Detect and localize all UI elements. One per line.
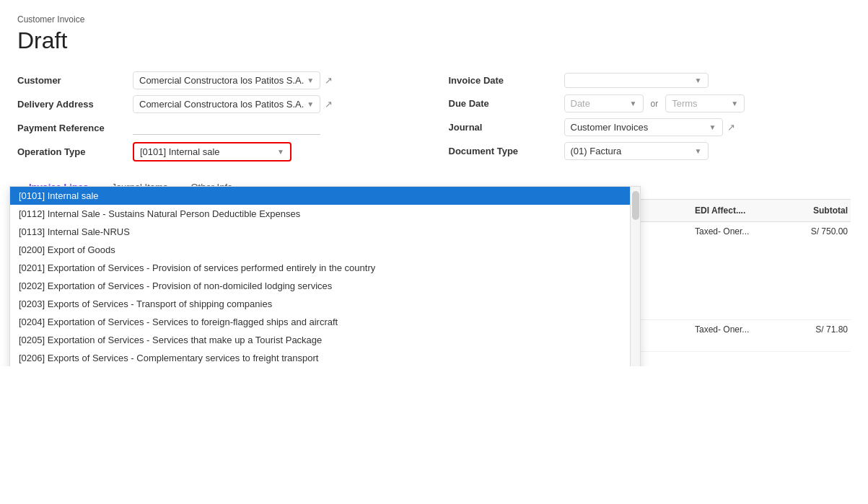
operation-type-dropdown: [0101] Internal sale[0112] Internal Sale… xyxy=(9,186,641,366)
dropdown-item[interactable]: [0101] Internal sale xyxy=(10,187,630,205)
document-type-input[interactable]: (01) Factura ▼ xyxy=(564,142,709,160)
document-type-value: (01) Factura ▼ xyxy=(564,142,851,160)
delivery-address-input-text: Comercial Constructora los Patitos S.A. xyxy=(139,99,304,110)
scrollbar[interactable] xyxy=(630,187,640,366)
delivery-address-input[interactable]: Comercial Constructora los Patitos S.A. … xyxy=(133,95,320,113)
due-date-dropdown-arrow: ▼ xyxy=(630,100,637,107)
due-date-placeholder: Date xyxy=(571,98,590,109)
payment-reference-input[interactable] xyxy=(133,120,320,135)
terms-placeholder: Terms xyxy=(672,98,697,109)
operation-type-input-text: [0101] Internal sale xyxy=(140,146,220,157)
delivery-address-external-link[interactable]: ↗ xyxy=(325,99,333,110)
dropdown-item[interactable]: [0112] Internal Sale - Sustains Natural … xyxy=(10,205,630,223)
delivery-address-label: Delivery Address xyxy=(17,99,133,110)
terms-dropdown-arrow: ▼ xyxy=(731,100,738,107)
dropdown-item[interactable]: [0206] Exports of Services - Complementa… xyxy=(10,349,630,366)
due-date-date-input[interactable]: Date ▼ xyxy=(564,94,644,112)
invoice-date-field-row: Invoice Date ▼ xyxy=(449,68,851,92)
or-text: or xyxy=(651,99,659,109)
delivery-address-value: Comercial Constructora los Patitos S.A. … xyxy=(133,95,420,113)
col-edi-header: EDI Affect.... xyxy=(692,204,779,217)
col-subtotal-header: Subtotal xyxy=(779,204,851,217)
journal-input[interactable]: Customer Invoices ▼ xyxy=(564,118,723,136)
dropdown-item[interactable]: [0204] Exportation of Services - Service… xyxy=(10,313,630,331)
dropdown-list: [0101] Internal sale[0112] Internal Sale… xyxy=(10,187,630,366)
journal-external-link[interactable]: ↗ xyxy=(727,122,735,133)
customer-external-link[interactable]: ↗ xyxy=(325,75,333,86)
dropdown-item[interactable]: [0200] Export of Goods xyxy=(10,241,630,259)
edi-cell-2: Taxed- Oner... xyxy=(692,323,779,336)
dropdown-item[interactable]: [0203] Exports of Services - Transport o… xyxy=(10,295,630,313)
document-type-input-text: (01) Factura xyxy=(571,146,622,156)
dropdown-item[interactable]: [0205] Exportation of Services - Service… xyxy=(10,331,630,349)
operation-type-value: [0101] Internal sale ▼ xyxy=(133,142,420,162)
payment-reference-value xyxy=(133,120,420,135)
invoice-date-dropdown-arrow: ▼ xyxy=(695,76,702,84)
payment-reference-field-row: Payment Reference xyxy=(17,116,420,139)
dropdown-item[interactable]: [0113] Internal Sale-NRUS xyxy=(10,223,630,241)
document-type-dropdown-arrow: ▼ xyxy=(695,147,702,155)
operation-type-label: Operation Type xyxy=(17,146,133,157)
journal-dropdown-arrow: ▼ xyxy=(709,123,716,131)
dropdown-item[interactable]: [0201] Exportation of Services - Provisi… xyxy=(10,259,630,277)
journal-field-row: Journal Customer Invoices ▼ ↗ xyxy=(449,115,851,139)
customer-value: Comercial Constructora los Patitos S.A. … xyxy=(133,71,420,89)
delivery-address-dropdown-arrow: ▼ xyxy=(307,100,314,108)
customer-input[interactable]: Comercial Constructora los Patitos S.A. … xyxy=(133,71,320,89)
customer-field-row: Customer Comercial Constructora los Pati… xyxy=(17,68,420,92)
operation-type-field-row: Operation Type [0101] Internal sale ▼ xyxy=(17,139,420,164)
breadcrumb: Customer Invoice xyxy=(17,14,851,25)
page-title: Draft xyxy=(17,27,851,54)
dropdown-item[interactable]: [0202] Exportation of Services - Provisi… xyxy=(10,277,630,295)
due-date-label: Due Date xyxy=(449,98,564,109)
journal-label: Journal xyxy=(449,122,564,133)
document-type-field-row: Document Type (01) Factura ▼ xyxy=(449,139,851,163)
customer-input-text: Comercial Constructora los Patitos S.A. xyxy=(139,75,304,86)
terms-input[interactable]: Terms ▼ xyxy=(665,94,745,112)
document-type-label: Document Type xyxy=(449,146,564,156)
invoice-date-label: Invoice Date xyxy=(449,75,564,86)
customer-label: Customer xyxy=(17,75,133,86)
journal-input-text: Customer Invoices xyxy=(571,122,649,133)
journal-value: Customer Invoices ▼ ↗ xyxy=(564,118,851,136)
edi-cell-1: Taxed- Oner... xyxy=(692,225,779,238)
subtotal-cell-2: S/ 71.80 xyxy=(779,323,851,336)
scrollbar-thumb xyxy=(632,191,639,220)
due-date-field-row: Due Date Date ▼ or Terms ▼ xyxy=(449,92,851,115)
customer-dropdown-arrow: ▼ xyxy=(307,76,314,84)
operation-type-input[interactable]: [0101] Internal sale ▼ xyxy=(133,142,291,162)
subtotal-cell-1: S/ 750.00 xyxy=(779,225,851,238)
payment-reference-label: Payment Reference xyxy=(17,123,133,133)
invoice-date-input[interactable]: ▼ xyxy=(564,73,709,88)
invoice-date-value: ▼ xyxy=(564,73,851,88)
due-date-value: Date ▼ or Terms ▼ xyxy=(564,94,851,112)
delivery-address-field-row: Delivery Address Comercial Constructora … xyxy=(17,92,420,116)
operation-type-dropdown-arrow: ▼ xyxy=(277,148,284,156)
